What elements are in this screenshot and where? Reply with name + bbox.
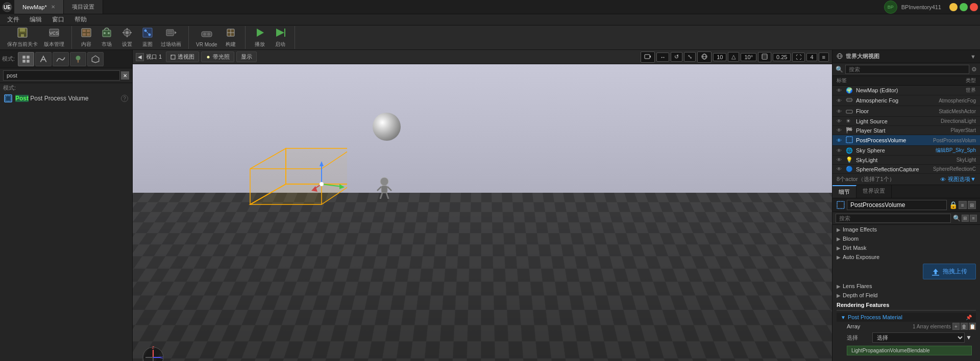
minimize-button[interactable] bbox=[949, 3, 958, 11]
close-button[interactable] bbox=[970, 3, 978, 11]
ppm-asset-button[interactable]: LightPropagationVolumeBlendable bbox=[847, 346, 972, 355]
outliner-columns: 标签 类型 bbox=[832, 76, 980, 86]
world-local-toggle[interactable] bbox=[697, 51, 712, 63]
maximize-button[interactable] bbox=[960, 3, 968, 11]
main-area: 模式: bbox=[0, 50, 980, 361]
vr-mode-button[interactable]: VR Mode bbox=[193, 27, 220, 48]
details-filter-button[interactable]: ⊞ bbox=[968, 201, 976, 209]
version-button[interactable]: VCS 版本管理 bbox=[41, 26, 67, 49]
marketplace-button[interactable]: 市场 bbox=[96, 26, 117, 49]
menu-window[interactable]: 窗口 bbox=[47, 14, 69, 25]
viewport-canvas[interactable]: Z X i 关卡: NewMap (多久前) bbox=[133, 64, 832, 361]
mode-geometry[interactable] bbox=[87, 52, 104, 66]
eye-icon-0: 👁 bbox=[837, 88, 844, 93]
search-clear-button[interactable]: ✕ bbox=[121, 71, 129, 80]
view-options-button[interactable]: 👁 视图选项▼ bbox=[940, 175, 976, 183]
ppv-name: Post Post Process Volume bbox=[15, 95, 121, 102]
details-view-button[interactable]: ⊞ bbox=[962, 215, 969, 222]
scale-control[interactable]: 0.25 bbox=[773, 53, 791, 61]
tab-close-icon[interactable]: ✕ bbox=[51, 4, 55, 10]
post-process-material-header[interactable]: ▼ Post Process Material 📌 bbox=[837, 313, 976, 322]
play-button[interactable]: 播放 bbox=[250, 26, 270, 49]
section-ambient-cubemap[interactable]: ▶ Ambient Cubemap bbox=[832, 359, 980, 361]
perspective-view-button[interactable]: 透视图 bbox=[166, 51, 199, 62]
save-button[interactable]: 保存当前关卡 bbox=[4, 26, 41, 49]
section-image-effects[interactable]: ▶ Image Effects bbox=[832, 225, 980, 234]
outliner-row-skylight[interactable]: 👁 💡 SkyLight SkyLight bbox=[832, 156, 980, 165]
left-panel: 模式: bbox=[0, 50, 133, 361]
section-auto-exposure[interactable]: ▶ Auto Exposure bbox=[832, 252, 980, 262]
max-lod[interactable] bbox=[758, 52, 771, 62]
lock-button[interactable]: 🔒 bbox=[949, 201, 958, 209]
fullscreen-button[interactable]: ⛶ bbox=[792, 53, 805, 62]
outliner-row-floor[interactable]: 👁 Floor StaticMeshActor bbox=[832, 106, 980, 117]
outliner-row-playerstart[interactable]: 👁 🏁 Player Start PlayerStart bbox=[832, 126, 980, 135]
layers-control[interactable]: 4 bbox=[806, 53, 817, 61]
panel-dropdown-arrow[interactable]: ▼ bbox=[970, 54, 976, 60]
details-expand-button[interactable]: ≡ bbox=[970, 215, 977, 222]
rotate-button[interactable]: ↺ bbox=[671, 52, 682, 62]
scale-button[interactable]: ⤡ bbox=[684, 52, 696, 62]
right-panel: 世界大纲视图 ▼ 🔍 ⚙ 标签 类型 👁 🌍 NewMap (Editor) 世… bbox=[832, 50, 980, 361]
mode-landscape[interactable] bbox=[53, 52, 69, 66]
array-delete-button[interactable]: 🗑 bbox=[961, 323, 968, 330]
menu-edit[interactable]: 编辑 bbox=[24, 14, 47, 25]
surface-snap[interactable]: △ bbox=[728, 52, 739, 62]
outliner-row-newmap[interactable]: 👁 🌍 NewMap (Editor) 世界 bbox=[832, 86, 980, 95]
outliner-row-light[interactable]: 👁 ☀ Light Source DirectionalLight bbox=[832, 117, 980, 126]
details-search-input[interactable] bbox=[836, 214, 951, 223]
outliner-row-sphere-reflection[interactable]: 👁 🔵 SphereReflectionCapture SphereReflec… bbox=[832, 165, 980, 174]
tab-world-settings[interactable]: 世界设置 bbox=[856, 185, 892, 198]
play-label: 播放 bbox=[255, 41, 265, 48]
ppm-type-select[interactable]: 选择 bbox=[872, 332, 965, 343]
actor-count: 8个actor（选择了1个） bbox=[837, 175, 895, 183]
tab-newmap[interactable]: NewMap* ✕ bbox=[14, 0, 64, 14]
section-lens-flares[interactable]: ▶ Lens Flares bbox=[832, 281, 980, 291]
outliner-row-ppv[interactable]: 👁 PostProcessVolume PostProcessVolum bbox=[832, 135, 980, 146]
lod-icon bbox=[762, 54, 768, 60]
angle-snap-control[interactable]: 10° bbox=[741, 53, 756, 61]
mode-paint[interactable] bbox=[35, 52, 52, 66]
lighting-button[interactable]: 带光照 bbox=[201, 51, 234, 62]
section-dirt-mask[interactable]: ▶ Dirt Mask bbox=[832, 243, 980, 252]
section-depth-of-field[interactable]: ▶ Depth of Field bbox=[832, 291, 980, 300]
menu-help[interactable]: 帮助 bbox=[69, 14, 92, 25]
viewport-area: ◀ 视口 1 透视图 带光照 显示 bbox=[133, 50, 832, 361]
section-bloom[interactable]: ▶ Bloom bbox=[832, 234, 980, 243]
tab-details[interactable]: 细节 bbox=[832, 185, 856, 198]
array-copy-button[interactable]: 📋 bbox=[969, 323, 976, 330]
build-button[interactable]: 构建 bbox=[220, 26, 241, 49]
post-process-volume-item[interactable]: Post Post Process Volume ? bbox=[0, 93, 132, 104]
details-settings-button[interactable]: ≡ bbox=[959, 201, 967, 209]
grid-snap-control[interactable]: 10 bbox=[713, 53, 726, 61]
svg-text:X: X bbox=[160, 355, 163, 360]
cinematics-button[interactable]: 过场动画 bbox=[158, 26, 184, 49]
launch-button[interactable]: 启动 bbox=[270, 26, 290, 49]
actor-name-input[interactable] bbox=[847, 200, 947, 210]
ppv-help-button[interactable]: ? bbox=[121, 95, 128, 102]
mode-foliage[interactable] bbox=[70, 52, 86, 66]
outliner-row-skysphere[interactable]: 👁 🌐 Sky Sphere 编辑BP_Sky_Sph bbox=[832, 146, 980, 156]
svg-point-17 bbox=[126, 31, 129, 34]
viewport-arrow-left[interactable]: ◀ bbox=[136, 53, 144, 61]
mode-placement[interactable] bbox=[18, 52, 34, 66]
outliner-row-fog[interactable]: 👁 Atmospheric Fog AtmosphericFog bbox=[832, 95, 980, 106]
outliner-settings-icon[interactable]: ⚙ bbox=[971, 66, 977, 73]
menu-file[interactable]: 文件 bbox=[2, 14, 24, 25]
viewport-menu[interactable]: ≡ bbox=[819, 53, 829, 62]
translate-button[interactable]: ↔ bbox=[656, 53, 669, 62]
viewport-controls-right: ↔ ↺ ⤡ 10 △ 10° bbox=[641, 51, 829, 63]
array-add-button[interactable]: + bbox=[952, 323, 960, 330]
svg-rect-28 bbox=[167, 31, 173, 32]
tab-project-settings[interactable]: 项目设置 bbox=[64, 0, 103, 14]
outliner-search-input[interactable] bbox=[845, 65, 969, 74]
svg-rect-21 bbox=[130, 32, 132, 33]
show-button[interactable]: 显示 bbox=[236, 51, 257, 62]
settings-button[interactable]: 设置 bbox=[117, 26, 137, 49]
upload-button[interactable]: 拖拽上传 bbox=[923, 264, 976, 279]
camera-controls[interactable] bbox=[641, 51, 655, 63]
actor-search-input[interactable] bbox=[3, 70, 120, 81]
ppm-pin[interactable]: 📌 bbox=[966, 315, 972, 320]
content-button[interactable]: 内容 bbox=[76, 26, 96, 49]
blueprint-button[interactable]: 蓝图 bbox=[137, 26, 158, 49]
